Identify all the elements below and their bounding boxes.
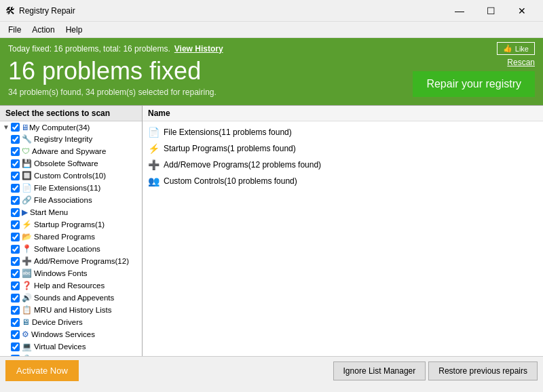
custom-controls-icon: 🔲 <box>22 171 32 180</box>
checkbox-mru[interactable] <box>11 306 20 315</box>
ignore-list-button[interactable]: Ignore List Manager <box>333 361 426 380</box>
section-tree: ▼ 🖥 My Computer(34) 🔧 Registry Integrity… <box>0 121 142 356</box>
checkbox-help[interactable] <box>11 281 20 290</box>
problems-subtext: 34 problem(s) found, 34 problem(s) selec… <box>8 87 217 97</box>
result-custom-icon: 👥 <box>148 176 160 187</box>
result-startup-label: Startup Programs(1 problems found) <box>164 144 296 153</box>
maximize-button[interactable]: ☐ <box>475 0 506 22</box>
left-panel: Select the sections to scan ▼ 🖥 My Compu… <box>0 106 143 356</box>
checkbox-arp[interactable] <box>11 355 20 357</box>
checkbox-file-assoc[interactable] <box>11 196 20 205</box>
checkbox-device-drivers[interactable] <box>11 318 20 327</box>
tree-item-start-menu[interactable]: ▶ Start Menu <box>0 206 142 218</box>
right-panel: Name 📄 File Extensions(11 problems found… <box>143 106 543 356</box>
checkbox-adware[interactable] <box>11 147 20 156</box>
checkbox-addremove[interactable] <box>11 257 20 266</box>
restore-repairs-button[interactable]: Restore previous repairs <box>428 361 538 380</box>
results-list: 📄 File Extensions(11 problems found) ⚡ S… <box>143 121 543 356</box>
arp-icon: 🔒 <box>22 354 32 356</box>
tree-item-help[interactable]: ❓ Help and Resources <box>0 279 142 292</box>
menu-bar: File Action Help <box>0 22 543 38</box>
result-addremove-icon: ➕ <box>148 159 160 170</box>
repair-registry-button[interactable]: Repair your registry <box>413 71 535 97</box>
result-item-custom[interactable]: 👥 Custom Controls(10 problems found) <box>143 173 543 189</box>
expand-arrow-icon: ▼ <box>3 123 10 131</box>
checkbox-startup[interactable] <box>11 220 20 229</box>
tree-item-adware[interactable]: 🛡 Adware and Spyware <box>0 145 142 157</box>
menu-action[interactable]: Action <box>26 24 60 36</box>
result-file-ext-label: File Extensions(11 problems found) <box>164 128 292 137</box>
tree-item-addremove[interactable]: ➕ Add/Remove Programs(12) <box>0 255 142 267</box>
result-item-startup[interactable]: ⚡ Startup Programs(1 problems found) <box>143 140 543 157</box>
tree-item-custom-controls[interactable]: 🔲 Custom Controls(10) <box>0 170 142 182</box>
bottom-bar: Activate Now Ignore List Manager Restore… <box>0 356 543 385</box>
rescan-button[interactable]: Rescan <box>507 58 535 67</box>
checkbox-services[interactable] <box>11 330 20 339</box>
virtual-icon: 💻 <box>22 342 32 351</box>
checkbox-registry-integrity[interactable] <box>11 135 20 144</box>
tree-item-sounds[interactable]: 🔊 Sounds and Appevents <box>0 292 142 304</box>
services-icon: ⚙ <box>22 330 29 339</box>
mru-icon: 📋 <box>22 305 32 315</box>
tree-item-file-assoc[interactable]: 🔗 File Associations <box>0 194 142 206</box>
result-startup-icon: ⚡ <box>148 143 160 154</box>
start-menu-icon: ▶ <box>22 208 28 217</box>
checkbox-sounds[interactable] <box>11 294 20 302</box>
tree-item-fonts[interactable]: 🔤 Windows Fonts <box>0 267 142 279</box>
shared-icon: 📂 <box>22 232 32 241</box>
sounds-icon: 🔊 <box>22 293 32 302</box>
tree-item-registry-integrity[interactable]: 🔧 Registry Integrity <box>0 133 142 145</box>
fonts-icon: 🔤 <box>22 269 32 278</box>
tree-item-obsolete[interactable]: 💾 Obsolete Software <box>0 157 142 170</box>
result-item-file-extensions[interactable]: 📄 File Extensions(11 problems found) <box>143 124 543 140</box>
addremove-icon: ➕ <box>22 256 32 266</box>
like-button[interactable]: 👍 Like <box>497 42 535 55</box>
minimize-button[interactable]: — <box>444 0 475 22</box>
adware-icon: 🛡 <box>22 146 30 156</box>
tree-item-arp[interactable]: 🔒 ARP Cache <box>0 353 142 356</box>
title-bar: 🛠 Registry Repair — ☐ ✕ <box>0 0 543 22</box>
result-item-addremove[interactable]: ➕ Add/Remove Programs(12 problems found) <box>143 157 543 173</box>
checkbox-shared[interactable] <box>11 233 20 241</box>
view-history-link[interactable]: View History <box>174 44 223 54</box>
tree-item-software-locations[interactable]: 📍 Software Locations <box>0 243 142 255</box>
tree-item-device-drivers[interactable]: 🖥 Device Drivers <box>0 316 142 328</box>
tree-item-file-extensions[interactable]: 📄 File Extensions(11) <box>0 182 142 194</box>
left-panel-header: Select the sections to scan <box>0 106 142 121</box>
checkbox-mycomputer[interactable] <box>11 123 20 132</box>
checkbox-virtual[interactable] <box>11 342 20 351</box>
checkbox-obsolete[interactable] <box>11 159 20 168</box>
checkbox-fonts[interactable] <box>11 269 20 278</box>
activate-now-button[interactable]: Activate Now <box>5 360 79 381</box>
result-addremove-label: Add/Remove Programs(12 problems found) <box>164 160 321 170</box>
tree-item-startup[interactable]: ⚡ Startup Programs(1) <box>0 218 142 231</box>
status-banner: Today fixed: 16 problems, total: 16 prob… <box>0 38 543 105</box>
problems-fixed-headline: 16 problems fixed <box>8 58 217 85</box>
app-icon: 🛠 <box>5 5 15 16</box>
bottom-right-buttons: Ignore List Manager Restore previous rep… <box>333 361 538 380</box>
tree-item-mycomputer[interactable]: ▼ 🖥 My Computer(34) <box>0 121 142 133</box>
checkbox-start-menu[interactable] <box>11 208 20 217</box>
thumb-up-icon: 👍 <box>503 44 512 53</box>
result-file-ext-icon: 📄 <box>148 127 160 138</box>
registry-icon: 🔧 <box>22 134 32 144</box>
tree-item-virtual[interactable]: 💻 Virtual Devices <box>0 340 142 353</box>
checkbox-software-locations[interactable] <box>11 245 20 254</box>
main-content: Select the sections to scan ▼ 🖥 My Compu… <box>0 105 543 356</box>
today-fixed-text: Today fixed: 16 problems, total: 16 prob… <box>8 44 170 54</box>
tree-item-services[interactable]: ⚙ Windows Services <box>0 328 142 340</box>
obsolete-icon: 💾 <box>22 159 32 168</box>
window-title: Registry Repair <box>19 6 444 16</box>
checkbox-file-extensions[interactable] <box>11 184 20 193</box>
right-panel-header: Name <box>143 106 543 121</box>
close-button[interactable]: ✕ <box>506 0 538 22</box>
startup-icon: ⚡ <box>22 220 32 229</box>
mycomputer-label: My Computer(34) <box>29 123 90 132</box>
menu-help[interactable]: Help <box>60 24 88 36</box>
menu-file[interactable]: File <box>3 24 26 36</box>
tree-item-shared[interactable]: 📂 Shared Programs <box>0 231 142 243</box>
file-assoc-icon: 🔗 <box>22 195 32 205</box>
tree-item-mru[interactable]: 📋 MRU and History Lists <box>0 304 142 316</box>
checkbox-custom-controls[interactable] <box>11 172 20 180</box>
result-custom-label: Custom Controls(10 problems found) <box>164 176 297 186</box>
